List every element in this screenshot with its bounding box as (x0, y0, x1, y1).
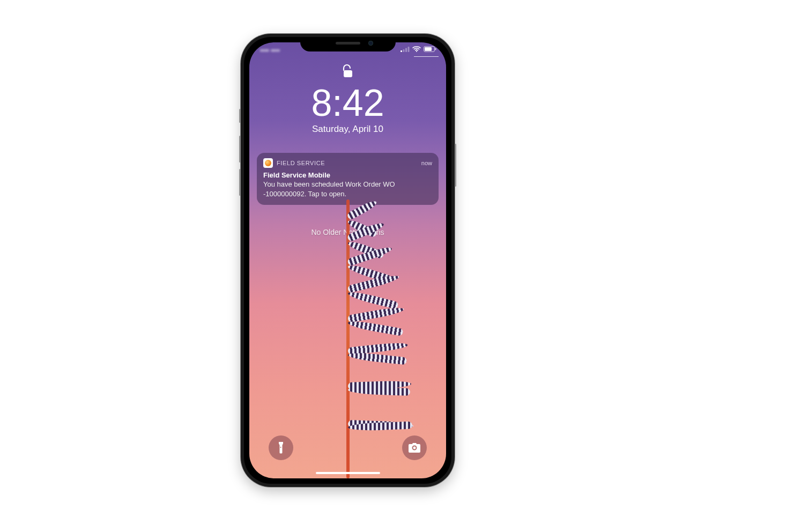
notch (300, 37, 396, 51)
notification-card[interactable]: FIELD SERVICE now Field Service Mobile Y… (257, 153, 439, 205)
bezel: •••• •••• (244, 37, 451, 484)
camera-button[interactable] (402, 435, 427, 460)
svg-rect-3 (408, 47, 410, 52)
iphone-frame: •••• •••• (241, 34, 455, 487)
notification-header: FIELD SERVICE now (263, 158, 432, 168)
home-indicator[interactable] (316, 472, 380, 474)
clock-time: 8:42 (249, 84, 446, 122)
app-name: FIELD SERVICE (277, 160, 325, 166)
clock-date: Saturday, April 10 (249, 124, 446, 135)
volume-down-button (239, 169, 241, 196)
status-icons (401, 46, 436, 52)
unlock-icon (342, 71, 354, 80)
svg-rect-8 (344, 70, 352, 77)
svg-rect-2 (405, 48, 407, 53)
lock-screen[interactable]: •••• •••• (249, 42, 446, 478)
svg-rect-7 (435, 48, 436, 50)
canvas: •••• •••• (0, 0, 786, 532)
mute-switch (239, 109, 241, 123)
app-icon (263, 158, 273, 168)
flashlight-icon (276, 442, 286, 454)
flashlight-button[interactable] (269, 435, 293, 460)
carrier-label: •••• •••• (260, 47, 280, 54)
notification-body: You have been scheduled Work Order WO -1… (263, 180, 432, 198)
notification-timestamp: now (421, 160, 432, 166)
notification-title: Field Service Mobile (263, 171, 432, 179)
wifi-icon (412, 46, 421, 52)
lock-header: 8:42 Saturday, April 10 (249, 64, 446, 135)
earpiece (336, 42, 360, 45)
camera-icon (409, 443, 420, 453)
control-center-hint (414, 56, 439, 57)
svg-rect-0 (401, 50, 402, 52)
front-camera (368, 41, 373, 46)
cellular-icon (401, 46, 410, 52)
svg-rect-1 (403, 49, 405, 52)
svg-rect-6 (425, 47, 432, 51)
volume-up-button (239, 136, 241, 162)
svg-point-4 (416, 51, 417, 52)
no-older-notifications: No Older Notifications (249, 228, 446, 237)
power-button (455, 144, 456, 187)
battery-icon (424, 46, 436, 52)
